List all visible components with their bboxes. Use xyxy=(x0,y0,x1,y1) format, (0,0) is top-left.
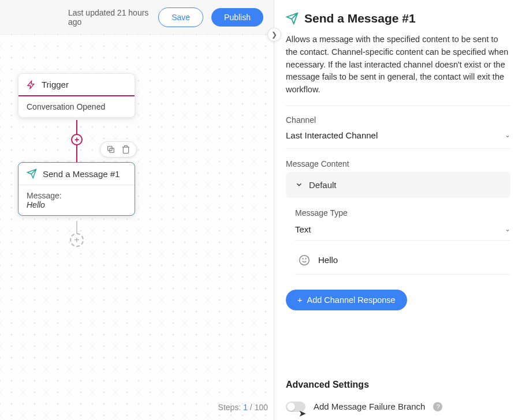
failure-branch-toggle[interactable] xyxy=(286,402,305,412)
add-node-button[interactable]: + xyxy=(71,134,83,145)
chevron-right-icon: ❯ xyxy=(271,31,277,39)
message-text: Hello xyxy=(318,255,338,265)
send-node-body: Message: Hello xyxy=(18,185,135,215)
canvas-body[interactable]: Trigger Conversation Opened + xyxy=(0,35,274,420)
chevron-down-icon: ⌄ xyxy=(505,131,510,139)
send-icon xyxy=(27,168,37,179)
lightning-icon xyxy=(27,80,36,89)
accordion-label: Default xyxy=(309,180,337,190)
canvas-header: Last updated 21 hours ago Save Publish xyxy=(0,0,274,35)
message-input-row[interactable]: Hello xyxy=(295,250,510,275)
trigger-node-header: Trigger xyxy=(18,74,135,96)
steps-counter: Steps: 1 / 100 xyxy=(218,403,268,412)
panel-title: Send a Message #1 xyxy=(304,12,416,25)
detail-panel: Send a Message #1 Allows a message with … xyxy=(274,0,522,420)
message-content-label: Message Content xyxy=(286,159,510,168)
failure-branch-label: Add Message Failure Branch xyxy=(314,402,425,411)
add-channel-response-button[interactable]: + Add Channel Response xyxy=(286,290,407,310)
send-node-header: Send a Message #1 xyxy=(18,163,135,185)
node-toolbar xyxy=(100,141,137,158)
copy-icon[interactable] xyxy=(106,145,115,154)
message-value: Hello xyxy=(27,200,126,209)
add-node-end-button[interactable]: + xyxy=(70,233,84,247)
collapse-panel-button[interactable]: ❯ xyxy=(267,28,281,42)
steps-current: 1 xyxy=(243,403,248,412)
svg-point-2 xyxy=(300,255,310,265)
chevron-down-icon xyxy=(295,181,303,189)
send-message-node[interactable]: Send a Message #1 Message: Hello xyxy=(18,162,135,216)
send-node-label: Send a Message #1 xyxy=(43,169,120,179)
steps-total: 100 xyxy=(255,403,268,412)
message-type-select[interactable]: Text ⌄ xyxy=(295,221,510,241)
message-label: Message: xyxy=(27,191,126,200)
chevron-down-icon: ⌄ xyxy=(505,225,510,233)
channel-field-label: Channel xyxy=(286,115,510,125)
svg-point-4 xyxy=(305,258,306,259)
default-accordion[interactable]: Default xyxy=(286,172,510,198)
trigger-label: Trigger xyxy=(42,80,69,89)
message-type-value: Text xyxy=(295,224,311,234)
steps-label: Steps: xyxy=(218,403,241,412)
failure-branch-row: Add Message Failure Branch ? xyxy=(286,402,510,420)
trash-icon[interactable] xyxy=(121,145,130,154)
last-updated-text: Last updated 21 hours ago xyxy=(68,8,150,27)
channel-value: Last Interacted Channel xyxy=(286,130,378,140)
save-button[interactable]: Save xyxy=(158,7,203,27)
add-channel-response-label: Add Channel Response xyxy=(307,295,395,305)
panel-description: Allows a message with the specified cont… xyxy=(286,33,510,106)
panel-title-row: Send a Message #1 xyxy=(286,12,510,25)
plus-icon: + xyxy=(297,295,302,305)
trigger-node[interactable]: Trigger Conversation Opened xyxy=(18,73,135,118)
help-icon[interactable]: ? xyxy=(433,402,442,411)
send-icon xyxy=(286,12,299,25)
svg-point-3 xyxy=(303,258,303,259)
publish-button[interactable]: Publish xyxy=(211,8,263,27)
emoji-icon[interactable] xyxy=(299,254,310,266)
message-type-label: Message Type xyxy=(295,208,510,217)
channel-select[interactable]: Last Interacted Channel ⌄ xyxy=(286,128,510,149)
message-inner-block: Message Type Text ⌄ Hello xyxy=(286,208,510,275)
advanced-settings-heading: Advanced Settings xyxy=(286,380,510,390)
trigger-subtitle: Conversation Opened xyxy=(18,96,135,117)
workflow-canvas: Last updated 21 hours ago Save Publish T… xyxy=(0,0,274,420)
